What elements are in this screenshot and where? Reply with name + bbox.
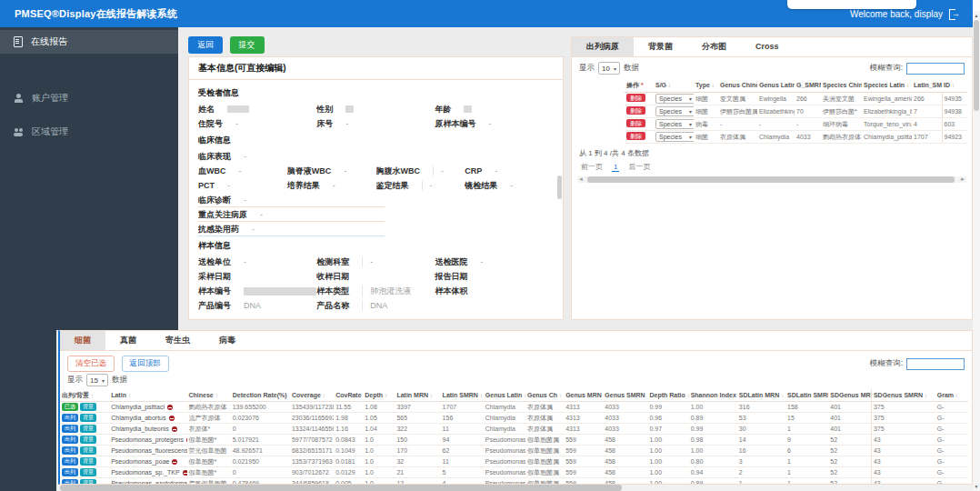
remove-icon[interactable] xyxy=(167,405,173,410)
row-bg-button[interactable]: 背景 xyxy=(80,436,96,444)
species-select-value: Species xyxy=(659,95,682,102)
column-header[interactable]: Depth Ratio xyxy=(647,389,688,402)
delete-button[interactable]: 删除 xyxy=(626,106,645,115)
species-tab[interactable]: 细菌 xyxy=(60,331,105,350)
species-tab[interactable]: 寄生虫 xyxy=(151,331,205,350)
row-state-button[interactable]: 已选 xyxy=(62,403,78,411)
pathogen-tab[interactable]: Cross xyxy=(741,37,794,56)
species-fuzzy-search-input[interactable] xyxy=(906,358,965,370)
page-horizontal-scrollbar-thumb[interactable] xyxy=(60,485,622,491)
species-select[interactable]: Species▾ xyxy=(655,94,694,104)
column-header[interactable]: SDGenus SMRN xyxy=(871,389,935,402)
column-header[interactable]: Type xyxy=(694,78,718,93)
column-header[interactable]: Genus SMRN xyxy=(603,389,647,402)
row-bg-button[interactable]: 背景 xyxy=(80,446,96,455)
delete-button[interactable]: 删除 xyxy=(626,119,645,127)
row-bg-button[interactable]: 背景 xyxy=(80,414,96,422)
vertical-scrollbar-thumb[interactable] xyxy=(974,20,979,111)
fuzzy-search-input[interactable] xyxy=(906,63,965,75)
column-header[interactable]: Genus Chinese xyxy=(718,78,757,93)
column-header[interactable]: Latin_SMRN xyxy=(912,78,942,93)
state-cell: 出列背景 xyxy=(60,456,109,467)
species-tab[interactable]: 真菌 xyxy=(105,331,151,350)
pathogen-tab[interactable]: 分布图 xyxy=(687,37,741,56)
sidebar-item-account-management[interactable]: 账户管理 xyxy=(0,86,178,110)
latin-cell: Pseudomonas_protegens xyxy=(109,435,186,446)
next-page-button[interactable]: 后一页 xyxy=(628,162,650,172)
column-header[interactable]: Genus Ch xyxy=(525,389,564,402)
delete-button[interactable]: 删除 xyxy=(626,132,645,140)
remove-icon[interactable] xyxy=(172,426,177,432)
species-cell: 1.98 xyxy=(334,413,363,424)
column-header[interactable]: Depth xyxy=(363,389,395,402)
column-header[interactable]: Genus Latin xyxy=(757,78,795,93)
submit-button[interactable]: 提交 xyxy=(230,36,265,54)
sg-cell: Species▾ xyxy=(654,118,694,131)
remove-icon[interactable] xyxy=(183,470,187,476)
species-select[interactable]: Species▾ xyxy=(655,106,694,116)
row-state-button[interactable]: 出列 xyxy=(62,414,78,422)
row-state-button[interactable]: 出列 xyxy=(62,457,78,466)
remove-icon[interactable] xyxy=(169,416,175,421)
column-header[interactable]: Latin MRN xyxy=(395,389,440,402)
back-to-top-button[interactable]: 返回顶部 xyxy=(122,356,169,372)
column-header-label: Type xyxy=(695,82,710,88)
column-header[interactable]: Genus Latin xyxy=(484,389,525,402)
page-size-select[interactable]: 10▾ xyxy=(598,62,620,75)
column-header[interactable]: 出列/背景 xyxy=(60,389,109,402)
species-page-size-select[interactable]: 15▾ xyxy=(86,374,108,386)
row-state-button[interactable]: 出列 xyxy=(62,446,78,455)
species-select[interactable]: Species▾ xyxy=(655,119,694,129)
row-state-button[interactable]: 出列 xyxy=(62,436,78,444)
remove-icon[interactable] xyxy=(172,459,177,465)
pathogen-tab[interactable]: 出列病原 xyxy=(572,37,634,56)
delete-button[interactable]: 删除 xyxy=(626,94,645,102)
logout-icon[interactable] xyxy=(949,9,958,19)
column-header[interactable]: CovRate xyxy=(334,389,363,402)
species-cell: 衣原体属 xyxy=(525,413,564,424)
back-button[interactable]: 返回 xyxy=(188,36,223,54)
row-bg-button[interactable]: 背景 xyxy=(80,468,96,476)
column-header[interactable]: Species Chinese xyxy=(821,78,862,93)
column-header[interactable]: Coverage xyxy=(290,389,334,402)
sidebar-item-online-reports[interactable]: 在线报告 xyxy=(0,30,178,54)
latin-name: Pseudomonas_fluorescens xyxy=(111,447,186,454)
row-bg-button[interactable]: 背景 xyxy=(80,403,96,411)
column-header[interactable]: 操作 xyxy=(625,78,654,93)
scroll-right-icon[interactable]: ► xyxy=(960,176,965,183)
column-header[interactable]: Species Latin xyxy=(862,78,912,93)
row-bg-button[interactable]: 背景 xyxy=(80,457,96,466)
species-select[interactable]: Species▾ xyxy=(655,132,694,142)
column-header[interactable]: Latin xyxy=(109,389,186,402)
column-header[interactable]: G_SMRN xyxy=(795,78,821,93)
column-header[interactable]: Genus MRN xyxy=(564,389,603,402)
clear-selected-button[interactable]: 清空已选 xyxy=(67,356,115,372)
horizontal-scrollbar-thumb[interactable] xyxy=(587,176,955,183)
field-label: 样本编号 xyxy=(198,286,231,297)
column-header[interactable]: SDLatin MRN xyxy=(737,389,785,402)
scroll-up-icon[interactable]: ▲ xyxy=(973,13,980,18)
prev-page-button[interactable]: 前一页 xyxy=(581,162,603,172)
scroll-left-icon[interactable]: ◄ xyxy=(578,176,584,183)
row-state-button[interactable]: 出列 xyxy=(62,468,78,476)
column-header[interactable]: SDGenus MRN xyxy=(828,389,871,402)
scroll-down-icon[interactable]: ▼ xyxy=(973,484,980,489)
page-number[interactable]: 1 xyxy=(612,163,619,172)
column-header[interactable]: ID xyxy=(942,78,967,93)
column-header[interactable]: Detection Rate(%) xyxy=(231,389,290,402)
pathogen-tab[interactable]: 背景菌 xyxy=(634,37,687,56)
panel-scrollbar-thumb[interactable] xyxy=(557,175,562,199)
species-tab[interactable]: 病毒 xyxy=(205,331,250,350)
column-header[interactable]: Latin SMRN xyxy=(441,389,484,402)
remove-icon[interactable] xyxy=(186,437,187,443)
row-bg-button[interactable]: 背景 xyxy=(80,425,96,433)
column-header[interactable]: SDLatin SMRN xyxy=(785,389,828,402)
column-header[interactable]: Gram xyxy=(935,389,968,402)
column-header[interactable]: S/G xyxy=(654,78,694,93)
column-header[interactable]: Shannon Index xyxy=(689,389,737,402)
field-label: 原样本编号 xyxy=(435,118,475,130)
sidebar-item-region-management[interactable]: 区域管理 xyxy=(0,120,178,144)
row-state-button[interactable]: 出列 xyxy=(62,425,78,433)
column-header[interactable]: Chinese xyxy=(187,389,231,402)
species-cell: 62 xyxy=(441,446,484,456)
